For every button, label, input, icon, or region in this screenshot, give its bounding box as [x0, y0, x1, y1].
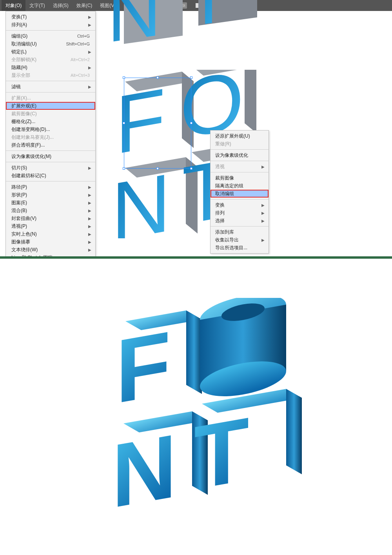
chevron-right-icon: ▶	[88, 224, 91, 229]
object-menu-item[interactable]: 取消编组(U)Shift+Ctrl+G	[6, 40, 95, 48]
menu-对象[interactable]: 对象(O)	[2, 0, 25, 11]
context-menu-item[interactable]: 变换▶	[211, 201, 269, 209]
svg-text:T: T	[194, 398, 249, 508]
menu-item-label: 实时上色(N)	[11, 231, 90, 238]
chevron-right-icon: ▶	[88, 240, 91, 244]
object-menu-item[interactable]: 滤镜▶	[6, 83, 95, 91]
menu-item-label: 隔离选定的组	[215, 183, 243, 189]
menu-item-label: 全部解锁(K)	[11, 56, 71, 63]
object-menu-item[interactable]: 创建裁切标记(C)	[6, 172, 95, 180]
menu-item-label: 栅格化(Z)...	[11, 118, 90, 125]
menu-item-label: 图案(E)	[11, 200, 90, 206]
context-menu-item[interactable]: 添加到库	[211, 228, 269, 236]
menu-item-label: 形状(P)	[11, 192, 90, 198]
object-menu-item[interactable]: 设为像素级优化(M)	[6, 152, 95, 160]
menu-item-label: 裁剪图像(C)	[11, 111, 90, 117]
menu-item-label: 导出所选项目...	[215, 245, 247, 251]
chevron-right-icon: ▶	[88, 256, 91, 259]
menu-效果[interactable]: 效果(C)	[73, 0, 96, 11]
menu-item-shortcut: Shift+Ctrl+G	[66, 42, 90, 46]
menu-item-label: 创建裁切标记(C)	[11, 172, 90, 179]
menu-item-label: 排列(A)	[11, 22, 90, 28]
menu-item-label: 创建对象马赛克(J)...	[11, 134, 90, 141]
context-menu-item[interactable]: 取消编组	[211, 190, 269, 198]
chevron-right-icon: ▶	[88, 50, 91, 54]
object-menu-item[interactable]: 封套扭曲(V)▶	[6, 214, 95, 222]
menu-item-label: 滤镜	[11, 83, 90, 90]
selection-handle[interactable]	[156, 167, 159, 170]
menu-item-label: 还原扩展外观(U)	[215, 133, 250, 140]
object-menu-item[interactable]: 图像描摹▶	[6, 238, 95, 246]
object-menu-item[interactable]: 排列(A)▶	[6, 21, 95, 29]
selection-bounds[interactable]	[124, 78, 191, 169]
object-menu-item[interactable]: 变换(T)▶	[6, 13, 95, 21]
chevron-right-icon: ▶	[88, 15, 91, 19]
object-menu-item[interactable]: 拼合透明度(F)...	[6, 141, 95, 149]
selection-handle[interactable]	[190, 122, 192, 124]
context-menu-item: 重做(R)	[211, 140, 269, 148]
menu-item-label: Line 和 Sketch 图稿	[11, 254, 90, 259]
svg-marker-17	[186, 308, 202, 397]
object-menu-dropdown: 变换(T)▶排列(A)▶编组(G)Ctrl+G取消编组(U)Shift+Ctrl…	[5, 11, 96, 259]
object-menu-item[interactable]: 创建渐变网格(D)...	[6, 125, 95, 133]
chevron-right-icon: ▶	[261, 211, 265, 215]
object-menu-item[interactable]: 栅格化(Z)...	[6, 118, 95, 125]
context-menu-item[interactable]: 还原扩展外观(U)	[211, 132, 269, 140]
rendered-3d-artwork: F N T	[0, 259, 392, 541]
object-menu-item[interactable]: 编组(G)Ctrl+G	[6, 32, 95, 40]
svg-marker-27	[286, 386, 302, 477]
menu-item-label: 变换(T)	[11, 14, 90, 20]
context-menu-item[interactable]: 排列▶	[211, 209, 269, 217]
menu-item-label: 选择	[215, 218, 225, 224]
context-menu-item[interactable]: 隔离选定的组	[211, 182, 269, 190]
menu-item-label: 扩展外观(E)	[11, 103, 90, 109]
menu-item-shortcut: Alt+Ctrl+3	[71, 73, 90, 78]
chevron-right-icon: ▶	[88, 166, 91, 170]
object-menu-item[interactable]: 路径(P)▶	[6, 183, 95, 191]
chevron-right-icon: ▶	[88, 232, 91, 236]
object-menu-item[interactable]: 隐藏(H)▶	[6, 63, 95, 71]
object-menu-item[interactable]: Line 和 Sketch 图稿▶	[6, 254, 95, 259]
selection-handle[interactable]	[156, 76, 159, 79]
selection-handle[interactable]	[123, 76, 125, 79]
object-menu-item[interactable]: 实时上色(N)▶	[6, 230, 95, 238]
menu-item-label: 显示全部	[11, 72, 71, 79]
context-menu-item[interactable]: 裁剪图像	[211, 174, 269, 182]
chevron-right-icon: ▶	[261, 238, 265, 242]
selection-handle[interactable]	[123, 122, 125, 124]
selection-handle[interactable]	[190, 167, 192, 170]
menu-选择[interactable]: 选择(S)	[49, 0, 73, 11]
object-menu-item[interactable]: 锁定(L)▶	[6, 48, 95, 56]
menu-item-shortcut: Alt+Ctrl+2	[71, 57, 90, 62]
chevron-right-icon: ▶	[88, 65, 91, 70]
menu-item-label: 设为像素级优化	[215, 152, 248, 159]
menu-item-label: 封套扭曲(V)	[11, 215, 90, 222]
context-menu-item[interactable]: 选择▶	[211, 217, 269, 225]
context-menu-item[interactable]: 设为像素级优化	[211, 151, 269, 159]
menu-item-label: 扩展(X)...	[11, 95, 90, 102]
menu-item-label: 编组(G)	[11, 33, 77, 40]
illustrator-screenshot: 对象(O)文字(T)选择(S)效果(C)视图(V)窗口(W)帮助(H) Br S…	[0, 0, 392, 259]
menu-item-label: 混合(B)	[11, 207, 90, 214]
selection-handle[interactable]	[190, 76, 192, 79]
object-menu-item[interactable]: 扩展外观(E)	[6, 102, 95, 110]
context-menu-item[interactable]: 收集以导出▶	[211, 236, 269, 244]
chevron-right-icon: ▶	[88, 216, 91, 221]
selection-handle[interactable]	[123, 167, 125, 170]
menu-item-label: 创建渐变网格(D)...	[11, 126, 90, 133]
object-menu-item[interactable]: 透视(P)▶	[6, 222, 95, 230]
object-menu-item: 全部解锁(K)Alt+Ctrl+2	[6, 56, 95, 63]
chevron-right-icon: ▶	[88, 209, 91, 213]
object-menu-item[interactable]: 文本绕排(W)▶	[6, 246, 95, 254]
chevron-right-icon: ▶	[88, 193, 91, 197]
object-menu-item[interactable]: 切片(S)▶	[6, 164, 95, 172]
object-menu-item[interactable]: 混合(B)▶	[6, 207, 95, 214]
svg-text:N: N	[107, 0, 161, 58]
menu-文字[interactable]: 文字(T)	[25, 0, 49, 11]
chevron-right-icon: ▶	[88, 23, 91, 27]
chevron-right-icon: ▶	[88, 248, 91, 252]
object-menu-item[interactable]: 形状(P)▶	[6, 191, 95, 199]
context-menu-item[interactable]: 导出所选项目...	[211, 244, 269, 252]
object-menu-item[interactable]: 图案(E)▶	[6, 199, 95, 207]
menu-item-label: 取消编组(U)	[11, 41, 66, 47]
